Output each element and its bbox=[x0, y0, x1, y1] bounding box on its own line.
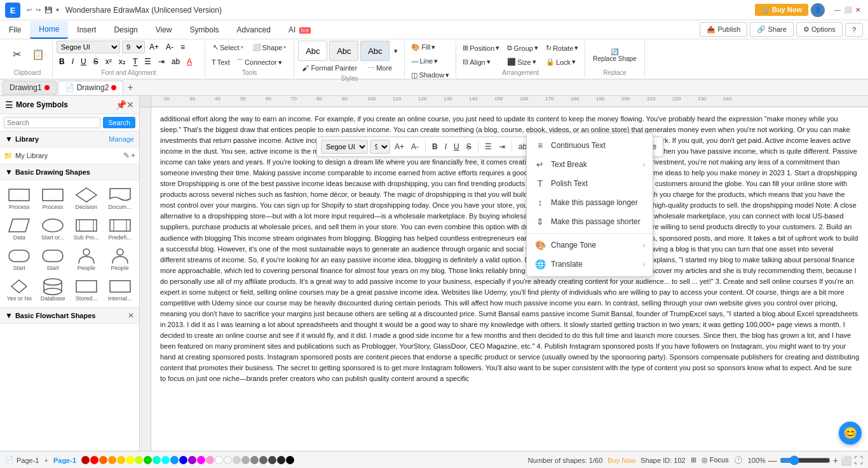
color-magenta[interactable] bbox=[197, 456, 205, 464]
ctx-translate[interactable]: 🌐 Translate › bbox=[527, 255, 653, 274]
color-dark-gray[interactable] bbox=[259, 456, 268, 464]
chatbot-btn[interactable]: 😊 bbox=[839, 422, 862, 445]
zoom-slider[interactable] bbox=[780, 455, 831, 465]
color-mid-gray[interactable] bbox=[250, 456, 259, 464]
qa-dropdown-btn[interactable]: ▾ bbox=[55, 5, 60, 15]
shape-start-round2[interactable]: Start bbox=[37, 245, 69, 273]
font-size-select[interactable]: 9 bbox=[122, 41, 145, 53]
my-library-edit-btn[interactable]: ✎ bbox=[123, 151, 130, 160]
my-library-add-btn[interactable]: + bbox=[131, 151, 135, 160]
align-btn[interactable]: ≡ bbox=[178, 41, 187, 53]
zoom-in-btn[interactable]: + bbox=[833, 455, 838, 465]
style-box-2[interactable]: Abc bbox=[329, 41, 358, 61]
help-btn[interactable]: ? bbox=[845, 23, 863, 37]
page-add-btn[interactable]: + bbox=[44, 457, 48, 464]
font-size-down-btn[interactable]: A- bbox=[163, 41, 176, 53]
ctx-text-break[interactable]: ↵ Text Break › bbox=[527, 155, 653, 174]
font-size-up-btn[interactable]: A+ bbox=[147, 41, 161, 53]
shape-decision[interactable]: Decision bbox=[71, 184, 102, 212]
shape-yesno[interactable]: Yes or No bbox=[4, 276, 35, 304]
menu-file[interactable]: File bbox=[0, 22, 30, 38]
color-teal[interactable] bbox=[153, 456, 161, 464]
copy-btn[interactable]: 📋 bbox=[28, 41, 48, 69]
focus-btn[interactable]: ◎ Focus bbox=[702, 456, 729, 464]
canvas-page[interactable]: additional effort along the way to earn … bbox=[151, 107, 868, 451]
shape-people-1[interactable]: People bbox=[71, 245, 102, 273]
color-darker-gray[interactable] bbox=[268, 456, 276, 464]
color-amber[interactable] bbox=[108, 456, 116, 464]
bold-btn[interactable]: B bbox=[57, 55, 67, 68]
color-red-dark[interactable] bbox=[81, 456, 90, 464]
menu-design[interactable]: Design bbox=[105, 22, 146, 38]
indent-btn[interactable]: ⇥ bbox=[156, 55, 167, 68]
share-btn[interactable]: 🔗 Share bbox=[750, 22, 793, 37]
highlight-btn[interactable]: ab bbox=[169, 55, 182, 68]
ctx-change-tone[interactable]: 🎨 Change Tone › bbox=[527, 236, 653, 255]
group-btn[interactable]: ⧉ Group ▾ bbox=[505, 42, 541, 55]
color-near-black[interactable] bbox=[277, 456, 285, 464]
status-buy-now[interactable]: Buy Now bbox=[607, 457, 635, 464]
subscript-btn[interactable]: x₂ bbox=[116, 55, 128, 68]
lock-btn[interactable]: 🔒 Lock ▾ bbox=[543, 56, 581, 69]
options-btn[interactable]: ⚙ Options bbox=[796, 22, 843, 37]
tab-drawing1[interactable]: Drawing1 bbox=[3, 81, 57, 95]
shape-subprocess[interactable]: Sub Pro... bbox=[71, 215, 102, 243]
text-format-btn[interactable]: T̲ bbox=[130, 55, 140, 68]
menu-ai[interactable]: AI hot bbox=[280, 22, 320, 38]
menu-home[interactable]: Home bbox=[30, 21, 68, 39]
shape-people-2[interactable]: People bbox=[104, 245, 135, 273]
shape-dropdown[interactable]: ⬜ Shape ▾ bbox=[248, 41, 290, 53]
styles-more-btn[interactable]: ▾ bbox=[391, 44, 400, 57]
color-near-white[interactable] bbox=[224, 456, 232, 464]
ctx-continuous-text[interactable]: ≡ Continuous Text bbox=[527, 136, 653, 155]
tab-drawing2[interactable]: 📄 Drawing2 bbox=[58, 81, 124, 95]
color-white[interactable] bbox=[215, 456, 223, 464]
shape-startor[interactable]: Start or... bbox=[37, 215, 69, 243]
color-yellow[interactable] bbox=[117, 456, 125, 464]
panel-close-btn[interactable]: ✕ bbox=[126, 100, 134, 110]
color-purple[interactable] bbox=[188, 456, 196, 464]
add-tab-btn[interactable]: + bbox=[125, 82, 135, 93]
strikethrough-btn[interactable]: S bbox=[91, 55, 101, 68]
ctx-shorter[interactable]: ⇕ Make this passage shorter bbox=[527, 212, 653, 231]
shape-internal[interactable]: Internal... bbox=[104, 276, 135, 304]
list-btn[interactable]: ☰ bbox=[142, 55, 154, 68]
flowchart-header[interactable]: ▼ Basic Flowchart Shapes ✕ bbox=[0, 308, 139, 324]
ft-italic-btn[interactable]: I bbox=[442, 141, 449, 152]
cut-btn[interactable]: ✂ bbox=[6, 41, 27, 69]
ft-indent-btn[interactable]: ⇥ bbox=[496, 141, 508, 152]
panel-pin-btn[interactable]: 📌 bbox=[116, 100, 126, 110]
line-btn[interactable]: — Line ▾ bbox=[409, 55, 440, 67]
fit-page-btn[interactable]: ⬜ bbox=[841, 455, 851, 465]
color-pink[interactable] bbox=[206, 456, 214, 464]
shape-process-2[interactable]: Process bbox=[37, 184, 69, 212]
user-avatar[interactable]: 👤 bbox=[811, 3, 825, 17]
shape-document[interactable]: Docum... bbox=[104, 184, 135, 212]
format-painter-btn[interactable]: 🖌 Format Painter bbox=[298, 61, 361, 75]
ft-size-down-btn[interactable]: A- bbox=[409, 141, 421, 152]
color-lime[interactable] bbox=[135, 456, 143, 464]
shape-process-1[interactable]: Process bbox=[4, 184, 35, 212]
ft-size-select[interactable]: 9 bbox=[370, 140, 390, 154]
italic-btn[interactable]: I bbox=[69, 55, 76, 68]
color-black[interactable] bbox=[286, 456, 294, 464]
color-gray[interactable] bbox=[241, 456, 250, 464]
style-box-1[interactable]: Abc bbox=[298, 41, 327, 61]
text-btn[interactable]: T Text bbox=[209, 56, 233, 69]
ft-size-up-btn[interactable]: A+ bbox=[392, 141, 407, 152]
search-input[interactable] bbox=[4, 117, 100, 128]
color-bright-yellow[interactable] bbox=[126, 456, 134, 464]
shape-start-round[interactable]: Start bbox=[4, 245, 35, 273]
menu-view[interactable]: View bbox=[147, 22, 181, 38]
superscript-btn[interactable]: x² bbox=[103, 55, 114, 68]
color-orange[interactable] bbox=[99, 456, 107, 464]
ft-strike-btn[interactable]: S bbox=[464, 141, 474, 152]
minimize-btn[interactable]: — bbox=[832, 5, 843, 15]
ctx-polish-text[interactable]: T Polish Text bbox=[527, 174, 653, 193]
maximize-btn[interactable]: ⬜ bbox=[843, 5, 853, 15]
ft-bold-btn[interactable]: B bbox=[430, 141, 440, 152]
publish-btn[interactable]: 📤 Publish bbox=[700, 22, 747, 37]
menu-insert[interactable]: Insert bbox=[68, 22, 105, 38]
manage-btn[interactable]: Manage bbox=[109, 135, 134, 143]
replace-shape-btn[interactable]: 🔄 Replace Shape bbox=[589, 41, 640, 69]
